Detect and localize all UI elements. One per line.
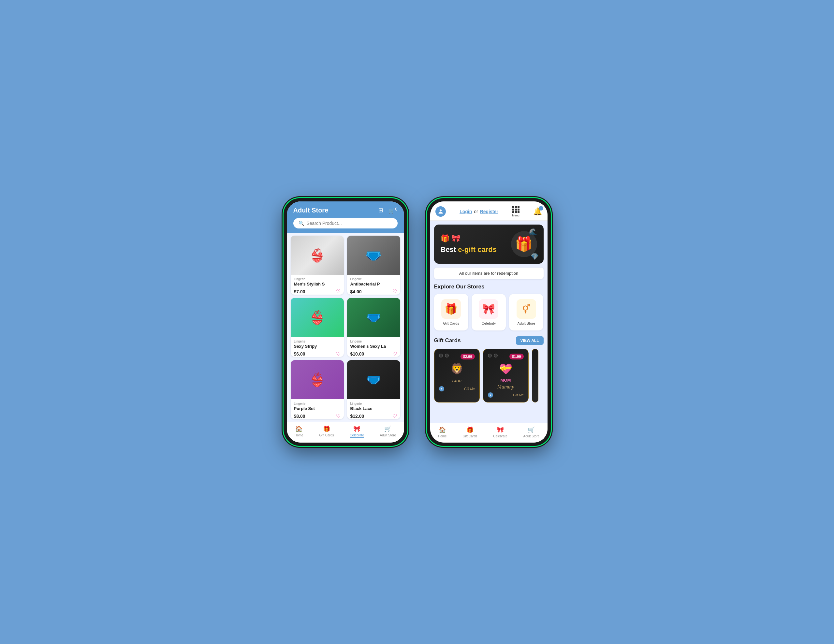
product-name: Purple Set bbox=[294, 406, 341, 411]
card-footer: ★ Gift Me bbox=[488, 392, 524, 398]
product-info: Lingerie Women's Sexy La $10.00 ♡ ADD TO… bbox=[347, 337, 400, 357]
store-grid: 🎁 Gift Cards 🎀 Celebrity ⚥ Adult Store bbox=[434, 294, 544, 330]
hole-2 bbox=[494, 354, 498, 358]
gift-cards-title: Gift Cards bbox=[434, 337, 461, 344]
product-image bbox=[347, 298, 400, 337]
banner-decorative-2: 🌊 bbox=[529, 228, 537, 236]
heart-icon[interactable]: ♡ bbox=[336, 288, 341, 294]
product-name: Antibacterial P bbox=[350, 282, 397, 286]
left-bottom-nav: 🏠 Home 🎁 Gift Cards 🎀 Celebrate 🛒 Adult … bbox=[287, 422, 404, 443]
product-price: $10.00 bbox=[350, 351, 364, 356]
card-logo: ★ bbox=[488, 392, 493, 398]
heart-icon[interactable]: ♡ bbox=[336, 351, 341, 357]
product-image bbox=[291, 360, 344, 399]
right-content: 🎁 🎀 Best e-gift cards 🎁 💎 🌊 All our bbox=[430, 221, 548, 423]
nav-gift-cards-right[interactable]: 🎁 Gift Cards bbox=[462, 426, 477, 438]
product-name: Sexy Stripy bbox=[294, 344, 341, 349]
nav-celebrate-right[interactable]: 🎀 Celebrate bbox=[493, 426, 507, 438]
product-image bbox=[347, 236, 400, 275]
avatar bbox=[435, 206, 446, 217]
product-name: Black Lace bbox=[350, 406, 397, 411]
product-card: Lingerie Antibacterial P $4.00 ♡ ADD TO … bbox=[347, 236, 400, 294]
store-card-celebrity[interactable]: 🎀 Celebrity bbox=[472, 294, 506, 330]
card-price-badge: $1.99 bbox=[509, 354, 524, 359]
product-info: Lingerie Purple Set $8.00 ♡ ADD TO CART bbox=[291, 399, 344, 419]
gift-cards-row: $2.99 🦁 Lion ★ Gift Me bbox=[434, 349, 544, 405]
heart-icon[interactable]: ♡ bbox=[393, 288, 397, 294]
home-icon: 🏠 bbox=[295, 425, 302, 432]
nav-home-right[interactable]: 🏠 Home bbox=[438, 426, 447, 438]
product-info: Lingerie Black Lace $12.00 ♡ ADD TO CART bbox=[347, 399, 400, 419]
nav-home-label-right: Home bbox=[438, 434, 447, 438]
nav-adult-right[interactable]: 🛒 Adult Store bbox=[524, 426, 539, 438]
product-category: Lingerie bbox=[350, 402, 397, 405]
gift-card-top: $2.99 bbox=[439, 354, 475, 359]
redemption-notice: All our items are for redemption bbox=[434, 268, 544, 279]
cart-icon[interactable]: 🛒0 bbox=[388, 207, 397, 214]
product-price-row: $8.00 ♡ bbox=[294, 413, 341, 419]
product-card: Lingerie Men's Stylish S $7.00 ♡ ADD TO … bbox=[291, 236, 344, 294]
home-icon-right: 🏠 bbox=[439, 426, 446, 434]
product-image bbox=[291, 236, 344, 275]
card-animal-icon: 💝 bbox=[488, 363, 524, 375]
nav-gift-cards[interactable]: 🎁 Gift Cards bbox=[319, 425, 334, 438]
nav-home[interactable]: 🏠 Home bbox=[295, 425, 304, 438]
register-button[interactable]: Register bbox=[480, 209, 498, 214]
search-input-wrap[interactable]: 🔍 bbox=[293, 218, 398, 228]
nav-adult-store[interactable]: 🛒 Adult Store bbox=[380, 425, 396, 438]
nav-adult-label: Adult Store bbox=[380, 434, 396, 437]
gift-cards-section-header: Gift Cards VIEW ALL bbox=[434, 337, 544, 345]
phones-container: Adult Store ⊞ 🛒0 🔍 Linge bbox=[284, 198, 551, 446]
heart-icon[interactable]: ♡ bbox=[336, 413, 341, 419]
gift-icon-2: 🎀 bbox=[451, 234, 460, 243]
notification-bell[interactable]: 🔔 1 bbox=[533, 207, 542, 216]
menu-button[interactable]: Menu bbox=[512, 206, 519, 217]
gift-me-text: Gift Me bbox=[464, 387, 475, 391]
product-card: Lingerie Women's Sexy La $10.00 ♡ ADD TO… bbox=[347, 298, 400, 357]
product-price: $6.00 bbox=[294, 351, 305, 356]
banner-decorative: 💎 bbox=[530, 252, 539, 261]
product-price: $8.00 bbox=[294, 414, 305, 419]
nav-celebrate[interactable]: 🎀 Celebrate bbox=[350, 425, 364, 438]
explore-title: Explore Our Stores bbox=[434, 283, 544, 290]
card-price-badge: $2.99 bbox=[461, 354, 475, 359]
store-name-adult: Adult Store bbox=[517, 321, 535, 325]
card-name: Mummy bbox=[488, 384, 524, 390]
logo-dot: ★ bbox=[488, 392, 493, 398]
gift-card-mummy[interactable]: $1.99 💝 MOM Mummy ★ Gift Me bbox=[483, 349, 529, 403]
heart-icon[interactable]: ♡ bbox=[393, 413, 397, 419]
right-phone-inner: Login or Register Menu 🔔 1 bbox=[430, 201, 548, 443]
grid-icon[interactable]: ⊞ bbox=[378, 207, 383, 214]
or-text: or bbox=[474, 209, 478, 214]
nav-gift-label-right: Gift Cards bbox=[462, 434, 477, 438]
store-card-adult[interactable]: ⚥ Adult Store bbox=[509, 294, 543, 330]
gift-card-lion[interactable]: $2.99 🦁 Lion ★ Gift Me bbox=[434, 349, 480, 403]
product-image bbox=[291, 298, 344, 337]
adult-icon-right: 🛒 bbox=[528, 426, 535, 434]
product-category: Lingerie bbox=[294, 277, 341, 281]
left-app-title: Adult Store bbox=[293, 207, 328, 214]
login-button[interactable]: Login bbox=[459, 209, 472, 214]
store-card-gift-cards[interactable]: 🎁 Gift Cards bbox=[434, 294, 468, 330]
gift-card-top: $1.99 bbox=[488, 354, 524, 359]
store-icon-gift: 🎁 bbox=[441, 299, 461, 319]
heart-icon[interactable]: ♡ bbox=[393, 351, 397, 357]
menu-grid-icon bbox=[512, 206, 519, 213]
banner-left: 🎁 🎀 Best e-gift cards bbox=[441, 234, 497, 254]
product-image bbox=[347, 360, 400, 399]
product-card: Lingerie Black Lace $12.00 ♡ ADD TO CART bbox=[347, 360, 400, 419]
nav-gift-label: Gift Cards bbox=[319, 434, 334, 437]
celebrate-icon: 🎀 bbox=[353, 425, 360, 432]
left-search-bar: 🔍 bbox=[287, 218, 404, 233]
product-grid: Lingerie Men's Stylish S $7.00 ♡ ADD TO … bbox=[287, 233, 404, 422]
hole-1 bbox=[439, 354, 443, 358]
product-card: Lingerie Sexy Stripy $6.00 ♡ ADD TO CART bbox=[291, 298, 344, 357]
view-all-button[interactable]: VIEW ALL bbox=[516, 337, 544, 345]
card-logo: ★ bbox=[439, 386, 444, 392]
hole-2 bbox=[445, 354, 449, 358]
left-header: Adult Store ⊞ 🛒0 bbox=[287, 201, 404, 218]
product-price-row: $7.00 ♡ bbox=[294, 288, 341, 294]
search-input[interactable] bbox=[307, 221, 393, 226]
mom-text: MOM bbox=[488, 378, 524, 383]
product-price: $4.00 bbox=[350, 289, 362, 294]
